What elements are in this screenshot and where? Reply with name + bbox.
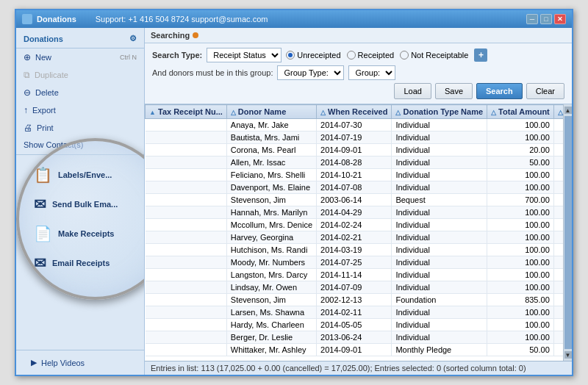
col-when-received[interactable]: △ When Received bbox=[317, 105, 392, 119]
scroll-down-button[interactable]: ▼ bbox=[564, 351, 572, 359]
table-row[interactable]: Corona, Ms. Pearl 2014-09-01 Individual … bbox=[146, 144, 564, 156]
magnifier-item-make-receipts[interactable]: 📄 Make Receipts bbox=[19, 219, 145, 248]
table-row[interactable]: Berger, Dr. Leslie 2013-06-24 Individual… bbox=[146, 331, 564, 344]
table-row[interactable]: Stevenson, Jim 2003-06-14 Bequest 700.00… bbox=[146, 194, 564, 206]
cell-tax-receipt bbox=[146, 306, 227, 319]
table-container[interactable]: ▲ Tax Receipt Nu... △ Donor Name △ When … bbox=[145, 104, 563, 361]
cell-total-amount: 100.00 bbox=[487, 319, 554, 331]
cell-receipts-amount: 100.00 bbox=[553, 119, 563, 132]
table-row[interactable]: Hutchison, Ms. Randi 2014-03-19 Individu… bbox=[146, 244, 564, 256]
searching-indicator bbox=[193, 32, 198, 38]
cell-tax-receipt bbox=[146, 219, 227, 231]
table-row[interactable]: Lindsay, Mr. Owen 2014-07-09 Individual … bbox=[146, 281, 564, 294]
radio-unreceipted[interactable]: Unreceipted bbox=[286, 51, 340, 60]
magnifier-item-labels[interactable]: 📋 Labels/Enve... bbox=[19, 160, 145, 190]
cell-donor-name: Larsen, Ms. Shawna bbox=[226, 306, 316, 319]
col-receipts-amount[interactable]: △ Receipts ble Amount bbox=[553, 105, 563, 119]
table-row[interactable]: Moody, Mr. Numbers 2014-07-25 Individual… bbox=[146, 256, 564, 269]
radio-not-receiptable[interactable]: Not Receiptable bbox=[400, 51, 468, 60]
table-row[interactable]: Stevenson, Jim 2002-12-13 Foundation 835… bbox=[146, 294, 564, 306]
col-total-amount[interactable]: △ Total Amount bbox=[487, 105, 554, 119]
sidebar-item-print[interactable]: 🖨 Print bbox=[16, 119, 144, 137]
radio-unreceipted-dot bbox=[286, 51, 295, 60]
col-donor-name[interactable]: △ Donor Name bbox=[226, 105, 316, 119]
window-support: Support: +1 416 504 8724 support@sumac.c… bbox=[96, 15, 268, 24]
cell-when-received: 2002-12-13 bbox=[317, 294, 392, 306]
table-row[interactable]: Larsen, Ms. Shawna 2014-02-11 Individual… bbox=[146, 306, 564, 319]
table-row[interactable]: Davenport, Ms. Elaine 2014-07-08 Individ… bbox=[146, 181, 564, 194]
col-tax-receipt[interactable]: ▲ Tax Receipt Nu... bbox=[146, 105, 227, 119]
cell-donor-name: Hutchison, Ms. Randi bbox=[226, 244, 316, 256]
cell-donation-type: Individual bbox=[392, 219, 487, 231]
cell-receipts-amount: 20.00 bbox=[553, 144, 563, 156]
magnifier-item-email-receipts[interactable]: ✉ Email Receipts bbox=[19, 248, 145, 278]
sidebar-item-help-videos[interactable]: ▶ Help Videos bbox=[24, 354, 137, 371]
cell-tax-receipt bbox=[146, 294, 227, 306]
sidebar-item-new-label: New bbox=[35, 53, 51, 62]
searching-header: Searching bbox=[145, 28, 572, 43]
table-row[interactable]: Feliciano, Mrs. Shelli 2014-10-21 Indivi… bbox=[146, 169, 564, 181]
cell-donation-type: Individual bbox=[392, 244, 487, 256]
cell-total-amount: 835.00 bbox=[487, 294, 554, 306]
col-donation-type[interactable]: △ Donation Type Name bbox=[392, 105, 487, 119]
cell-tax-receipt bbox=[146, 281, 227, 294]
cell-total-amount: 20.00 bbox=[487, 144, 554, 156]
status-text: Entries in list: 113 (17,025.00 + 0.00 (… bbox=[151, 364, 526, 373]
cell-donation-type: Individual bbox=[392, 132, 487, 144]
close-button[interactable]: ✕ bbox=[554, 14, 566, 24]
cell-when-received: 2014-07-25 bbox=[317, 256, 392, 269]
make-receipts-icon: 📄 bbox=[34, 225, 52, 242]
cell-receipts-amount: 50.00 bbox=[553, 344, 563, 356]
cell-tax-receipt bbox=[146, 169, 227, 181]
right-indicator: ▲ ▼ bbox=[563, 104, 572, 361]
cell-when-received: 2014-10-21 bbox=[317, 169, 392, 181]
group-select[interactable]: Group: bbox=[348, 65, 395, 80]
table-row[interactable]: Whittaker, Mr. Ashley 2014-09-01 Monthly… bbox=[146, 344, 564, 356]
settings-icon[interactable]: ⚙ bbox=[129, 34, 137, 43]
table-row[interactable]: Bautista, Mrs. Jami 2014-07-19 Individua… bbox=[146, 132, 564, 144]
cell-receipts-amount: 700.00 bbox=[553, 194, 563, 206]
cell-donor-name: Stevenson, Jim bbox=[226, 194, 316, 206]
cell-tax-receipt bbox=[146, 231, 227, 244]
sidebar-item-export[interactable]: ↑ Export bbox=[16, 101, 144, 119]
cell-receipts-amount: 100.00 bbox=[553, 319, 563, 331]
minimize-button[interactable]: ─ bbox=[526, 14, 538, 24]
magnifier-overlay: 📋 Labels/Enve... ✉ Send Bulk Ema... 📄 Ma… bbox=[16, 138, 145, 300]
cell-tax-receipt bbox=[146, 156, 227, 169]
group-type-select[interactable]: Group Type: bbox=[277, 65, 344, 80]
cell-total-amount: 100.00 bbox=[487, 281, 554, 294]
clear-button[interactable]: Clear bbox=[526, 83, 564, 99]
window-title: Donations bbox=[37, 15, 76, 24]
cell-tax-receipt bbox=[146, 181, 227, 194]
table-row[interactable]: Allen, Mr. Issac 2014-08-28 Individual 5… bbox=[146, 156, 564, 169]
load-button[interactable]: Load bbox=[394, 83, 431, 99]
sidebar: Donations ⚙ ⊕ New Ctrl N ⧉ Duplicate ⊖ D… bbox=[16, 28, 145, 375]
sidebar-item-delete[interactable]: ⊖ Delete bbox=[16, 84, 144, 101]
cell-tax-receipt bbox=[146, 344, 227, 356]
cell-receipts-amount: 100.00 bbox=[553, 181, 563, 194]
magnifier-item-bulk-email[interactable]: ✉ Send Bulk Ema... bbox=[19, 190, 145, 219]
new-icon: ⊕ bbox=[24, 52, 31, 62]
search-type-select[interactable]: Receipt Status bbox=[207, 48, 282, 62]
table-row[interactable]: Anaya, Mr. Jake 2014-07-30 Individual 10… bbox=[146, 119, 564, 132]
save-button[interactable]: Save bbox=[435, 83, 473, 99]
sidebar-item-duplicate-label: Duplicate bbox=[35, 71, 68, 79]
maximize-button[interactable]: □ bbox=[540, 14, 552, 24]
cell-when-received: 2014-03-19 bbox=[317, 244, 392, 256]
cell-receipts-amount: 100.00 bbox=[553, 269, 563, 281]
search-button[interactable]: Search bbox=[476, 83, 523, 99]
cell-donor-name: Allen, Mr. Issac bbox=[226, 156, 316, 169]
cell-tax-receipt bbox=[146, 119, 227, 132]
table-row[interactable]: Langston, Mrs. Darcy 2014-11-14 Individu… bbox=[146, 269, 564, 281]
radio-receipted[interactable]: Receipted bbox=[347, 51, 395, 60]
title-bar: Donations Support: +1 416 504 8724 suppo… bbox=[16, 10, 572, 28]
table-row[interactable]: Hardy, Ms. Charleen 2014-05-05 Individua… bbox=[146, 319, 564, 331]
table-row[interactable]: Mccollum, Mrs. Denice 2014-02-24 Individ… bbox=[146, 219, 564, 231]
cell-receipts-amount: 835.00 bbox=[553, 294, 563, 306]
table-row[interactable]: Hannah, Mrs. Marilyn 2014-04-29 Individu… bbox=[146, 206, 564, 219]
table-row[interactable]: Harvey, Georgina 2014-02-21 Individual 1… bbox=[146, 231, 564, 244]
add-criteria-button[interactable]: + bbox=[474, 48, 487, 62]
scroll-up-button[interactable]: ▲ bbox=[564, 107, 572, 114]
sidebar-item-new[interactable]: ⊕ New Ctrl N bbox=[16, 48, 144, 66]
help-videos-icon: ▶ bbox=[31, 358, 37, 367]
